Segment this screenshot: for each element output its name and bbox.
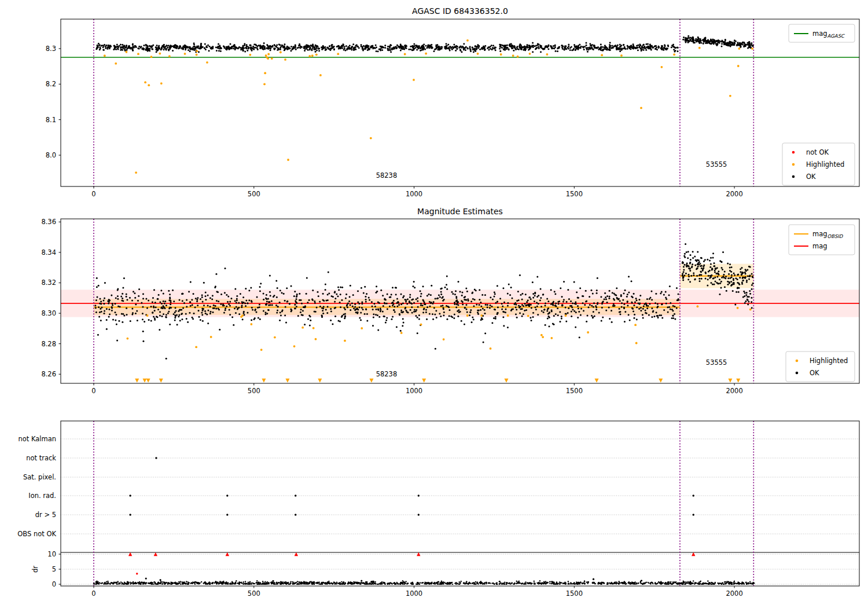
svg-text:1500: 1500: [566, 190, 583, 198]
figure-canvas: 582385355505001000150020008.08.18.28.3ma…: [0, 0, 868, 608]
legend: not OKHighlightedOK: [782, 143, 855, 185]
annotation: 53555: [706, 358, 727, 367]
svg-text:5: 5: [52, 565, 56, 573]
svg-text:8.1: 8.1: [46, 116, 56, 124]
row-label: not Kalman: [18, 435, 56, 443]
row-label: dr > 5: [35, 511, 56, 519]
svg-text:8.30: 8.30: [41, 309, 56, 317]
row-label: Sat. pixel.: [23, 473, 56, 481]
series-ok: [95, 42, 679, 53]
plot2-title: Magnitude Estimates: [61, 207, 859, 216]
svg-text:Highlighted: Highlighted: [810, 357, 848, 365]
svg-text:2000: 2000: [726, 190, 742, 198]
svg-text:OK: OK: [810, 369, 819, 377]
plot1-area: 582385355505001000150020008.08.18.28.3ma…: [46, 19, 859, 198]
svg-text:8.36: 8.36: [41, 218, 56, 226]
svg-text:8.28: 8.28: [41, 340, 56, 348]
row-label: OBS not OK: [17, 530, 56, 538]
legend: magOBSIDmag: [789, 225, 855, 255]
svg-text:2000: 2000: [726, 387, 742, 395]
svg-text:1000: 1000: [406, 589, 422, 598]
svg-text:Highlighted: Highlighted: [806, 160, 844, 169]
svg-text:0: 0: [91, 190, 95, 198]
svg-text:500: 500: [248, 190, 260, 198]
svg-text:8.0: 8.0: [46, 151, 56, 159]
svg-text:0: 0: [91, 589, 95, 598]
svg-text:0: 0: [52, 580, 56, 588]
row-label: Ion. rad.: [28, 492, 56, 500]
svg-text:1500: 1500: [566, 387, 583, 395]
row-label: not track: [26, 454, 56, 462]
svg-text:1000: 1000: [406, 387, 422, 395]
svg-text:not OK: not OK: [806, 148, 829, 156]
series-highlighted: [126, 314, 637, 351]
series-highlighted: [104, 39, 753, 174]
svg-text:0: 0: [91, 387, 95, 395]
svg-text:8.3: 8.3: [46, 45, 56, 53]
plot2-area: 582385355505001000150020008.268.288.308.…: [41, 218, 859, 395]
legend: magAGASC: [789, 24, 855, 42]
svg-text:10: 10: [47, 550, 56, 558]
svg-text:1500: 1500: [566, 589, 583, 598]
figure: 582385355505001000150020008.08.18.28.3ma…: [0, 0, 868, 608]
svg-text:mag: mag: [812, 242, 827, 250]
svg-text:500: 500: [248, 589, 260, 598]
svg-text:2000: 2000: [726, 589, 742, 598]
legend: HighlightedOK: [786, 351, 855, 382]
annotation: 53555: [706, 160, 727, 169]
svg-text:8.2: 8.2: [46, 80, 56, 88]
svg-text:1000: 1000: [406, 190, 422, 198]
svg-text:8.34: 8.34: [41, 248, 56, 257]
plot1-title: AGASC ID 684336352.0: [61, 6, 859, 16]
svg-text:8.32: 8.32: [41, 279, 56, 287]
plot3-area: not Kalmannot trackSat. pixel.Ion. rad.d…: [17, 421, 859, 598]
svg-text:8.26: 8.26: [41, 370, 56, 378]
annotation: 58238: [376, 370, 398, 378]
dr-axis-label: dr: [31, 566, 39, 573]
annotation: 58238: [376, 171, 398, 180]
svg-text:OK: OK: [806, 173, 816, 181]
series-highlighted-clipped: [135, 379, 740, 383]
svg-text:500: 500: [248, 387, 260, 395]
series-ok: [682, 35, 753, 49]
